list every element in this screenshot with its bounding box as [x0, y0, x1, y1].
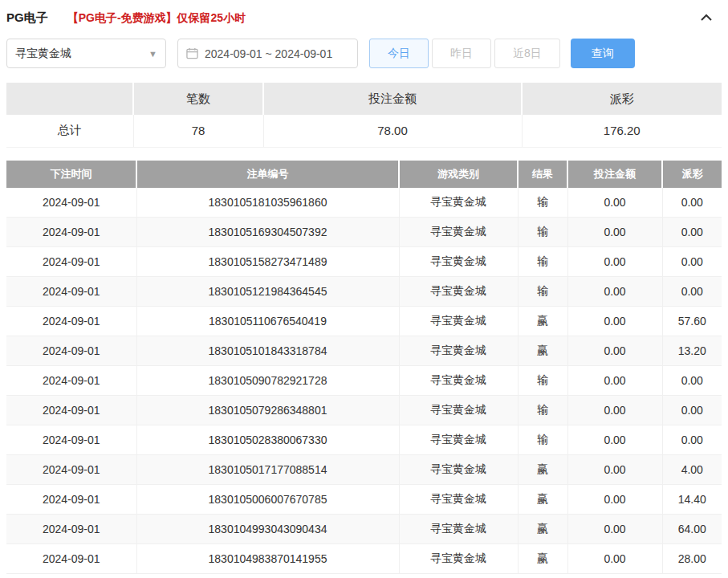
cell-order-id: 1830105090782921728	[136, 366, 399, 396]
cell-game-type: 寻宝黄金城	[399, 425, 518, 455]
cell-bet-time: 2024-09-01	[6, 485, 136, 515]
cell-payout: 0.00	[662, 425, 722, 455]
cell-result: 输	[518, 277, 567, 307]
bet-records-table: 下注时间 注单编号 游戏类别 结果 投注金额 派彩 2024-09-011830…	[6, 161, 722, 575]
cell-payout: 0.00	[662, 188, 722, 218]
game-select[interactable]: 寻宝黄金城 ▼	[6, 39, 166, 68]
cell-bet-amount: 0.00	[567, 396, 662, 425]
cell-result: 赢	[518, 307, 567, 336]
table-row: 2024-09-011830105121984364545寻宝黄金城输0.000…	[6, 277, 722, 307]
table-row: 2024-09-011830105017177088514寻宝黄金城赢0.004…	[6, 455, 722, 485]
chevron-down-icon: ▼	[148, 49, 157, 59]
quick-filter-yesterday[interactable]: 昨日	[432, 39, 491, 68]
cell-result: 输	[518, 396, 567, 425]
summary-table: 笔数 投注金额 派彩 总计 78 78.00 176.20	[6, 83, 722, 148]
chevron-up-icon	[701, 11, 712, 23]
cell-result: 输	[518, 425, 567, 455]
filter-bar: 寻宝黄金城 ▼ 2024-09-01 ~ 2024-09-01 今日 昨日 近8…	[6, 39, 722, 68]
cell-game-type: 寻宝黄金城	[399, 544, 518, 574]
cell-game-type: 寻宝黄金城	[399, 366, 518, 396]
table-row: 2024-09-011830105006007670785寻宝黄金城赢0.001…	[6, 485, 722, 515]
quick-filter-last8days[interactable]: 近8日	[494, 39, 560, 68]
cell-bet-amount: 0.00	[567, 277, 662, 307]
cell-payout: 4.00	[662, 455, 722, 485]
bet-table-header-row: 下注时间 注单编号 游戏类别 结果 投注金额 派彩	[6, 161, 722, 188]
col-bet-time: 下注时间	[6, 161, 136, 188]
cell-result: 赢	[518, 544, 567, 574]
table-row: 2024-09-011830104993043090434寻宝黄金城赢0.006…	[6, 515, 722, 544]
cell-payout: 0.00	[662, 247, 722, 277]
table-row: 2024-09-011830105028380067330寻宝黄金城输0.000…	[6, 425, 722, 455]
quick-filter-today[interactable]: 今日	[369, 39, 429, 68]
cell-bet-amount: 0.00	[567, 425, 662, 455]
cell-result: 输	[518, 188, 567, 218]
cell-payout: 0.00	[662, 396, 722, 425]
col-game-type: 游戏类别	[399, 161, 518, 188]
cell-bet-amount: 0.00	[567, 336, 662, 366]
cell-game-type: 寻宝黄金城	[399, 247, 518, 277]
cell-bet-time: 2024-09-01	[6, 336, 136, 366]
table-row: 2024-09-011830105158273471489寻宝黄金城输0.000…	[6, 247, 722, 277]
cell-order-id: 1830105101843318784	[136, 336, 399, 366]
cell-order-id: 1830104983870141955	[136, 544, 399, 574]
cell-payout: 64.00	[662, 515, 722, 544]
summary-total-count: 78	[133, 115, 263, 147]
summary-col-count: 笔数	[133, 83, 263, 115]
panel-notice: 【PG电子-免费游戏】仅保留25小时	[67, 11, 246, 26]
cell-game-type: 寻宝黄金城	[399, 515, 518, 544]
cell-bet-amount: 0.00	[567, 307, 662, 336]
table-row: 2024-09-011830105110676540419寻宝黄金城赢0.005…	[6, 307, 722, 336]
cell-bet-amount: 0.00	[567, 485, 662, 515]
col-result: 结果	[518, 161, 567, 188]
cell-game-type: 寻宝黄金城	[399, 455, 518, 485]
table-row: 2024-09-011830105079286348801寻宝黄金城输0.000…	[6, 396, 722, 425]
cell-game-type: 寻宝黄金城	[399, 277, 518, 307]
cell-result: 输	[518, 366, 567, 396]
cell-game-type: 寻宝黄金城	[399, 188, 518, 218]
cell-order-id: 1830104993043090434	[136, 515, 399, 544]
table-row: 2024-09-011830104983870141955寻宝黄金城赢0.002…	[6, 544, 722, 574]
cell-bet-time: 2024-09-01	[6, 366, 136, 396]
collapse-panel-button[interactable]	[697, 8, 715, 26]
cell-bet-amount: 0.00	[567, 188, 662, 218]
cell-bet-amount: 0.00	[567, 247, 662, 277]
cell-payout: 0.00	[662, 366, 722, 396]
summary-total-row: 总计 78 78.00 176.20	[6, 115, 722, 147]
cell-result: 输	[518, 247, 567, 277]
cell-order-id: 1830105006007670785	[136, 485, 399, 515]
cell-result: 赢	[518, 336, 567, 366]
cell-bet-time: 2024-09-01	[6, 307, 136, 336]
cell-order-id: 1830105028380067330	[136, 425, 399, 455]
cell-bet-amount: 0.00	[567, 515, 662, 544]
cell-bet-time: 2024-09-01	[6, 425, 136, 455]
pg-games-panel: PG电子 【PG电子-免费游戏】仅保留25小时 寻宝黄金城 ▼ 2024-09-…	[0, 0, 728, 574]
cell-order-id: 1830105121984364545	[136, 277, 399, 307]
cell-game-type: 寻宝黄金城	[399, 218, 518, 247]
cell-order-id: 1830105017177088514	[136, 455, 399, 485]
cell-game-type: 寻宝黄金城	[399, 485, 518, 515]
panel-header: PG电子 【PG电子-免费游戏】仅保留25小时	[6, 0, 722, 34]
cell-payout: 0.00	[662, 218, 722, 247]
date-range-input[interactable]: 2024-09-01 ~ 2024-09-01	[177, 39, 358, 68]
cell-game-type: 寻宝黄金城	[399, 396, 518, 425]
cell-bet-time: 2024-09-01	[6, 396, 136, 425]
summary-col-payout: 派彩	[522, 83, 722, 115]
cell-payout: 28.00	[662, 544, 722, 574]
cell-bet-amount: 0.00	[567, 366, 662, 396]
cell-bet-time: 2024-09-01	[6, 188, 136, 218]
cell-bet-amount: 0.00	[567, 455, 662, 485]
calendar-icon	[186, 47, 198, 59]
cell-order-id: 1830105158273471489	[136, 247, 399, 277]
cell-payout: 14.40	[662, 485, 722, 515]
col-bet-amount: 投注金额	[567, 161, 662, 188]
cell-result: 赢	[518, 455, 567, 485]
table-row: 2024-09-011830105101843318784寻宝黄金城赢0.001…	[6, 336, 722, 366]
cell-result: 赢	[518, 485, 567, 515]
summary-header-row: 笔数 投注金额 派彩	[6, 83, 722, 115]
search-button[interactable]: 查询	[571, 39, 635, 68]
table-row: 2024-09-011830105169304507392寻宝黄金城输0.000…	[6, 218, 722, 247]
cell-order-id: 1830105181035961860	[136, 188, 399, 218]
summary-col-blank	[6, 83, 133, 115]
cell-bet-time: 2024-09-01	[6, 218, 136, 247]
cell-payout: 57.60	[662, 307, 722, 336]
